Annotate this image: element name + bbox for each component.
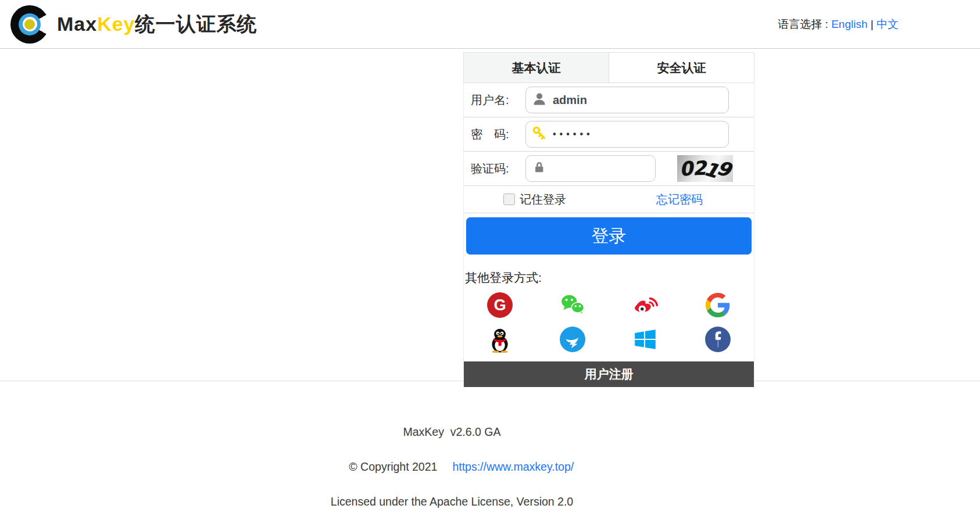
wechat-login-button[interactable] — [559, 292, 586, 318]
login-form: 用户名: 密 码: — [463, 83, 754, 387]
facebook-icon — [704, 326, 731, 353]
qq-login-button[interactable] — [487, 326, 513, 353]
main-area: 基本认证 安全认证 用户名: 密 码: — [0, 49, 980, 381]
footer-site-link[interactable]: https://www.maxkey.top/ — [452, 460, 574, 473]
username-field-box — [525, 87, 729, 113]
lock-icon — [532, 160, 547, 177]
microsoft-login-button[interactable] — [632, 326, 659, 353]
brand-max: Max — [57, 13, 97, 35]
language-divider: | — [871, 18, 874, 30]
remember-row: 记住登录 忘记密码 — [464, 186, 754, 213]
footer-copyright: © Copyright 2021 — [349, 460, 437, 473]
captcha-field-box — [525, 155, 656, 182]
header: MaxKey统一认证系统 语言选择 : English | 中文 — [0, 0, 980, 49]
footer-copyright-line: © Copyright 2021https://www.maxkey.top/ — [0, 440, 904, 493]
captcha-image[interactable]: 0219 — [677, 155, 733, 182]
language-english-link[interactable]: English — [831, 18, 867, 30]
captcha-text: 0219 — [679, 159, 731, 178]
password-input[interactable] — [553, 129, 723, 139]
gitee-login-button[interactable]: G — [487, 292, 513, 318]
remember-checkbox[interactable] — [503, 194, 515, 205]
captcha-input[interactable] — [553, 162, 649, 175]
footer-license: Licensed under the Apache License, Versi… — [0, 493, 904, 510]
social-login-grid: G — [464, 292, 754, 353]
user-icon — [532, 91, 547, 109]
svg-text:G: G — [494, 296, 506, 314]
brand-suffix: 统一认证系统 — [135, 13, 257, 35]
footer: MaxKey v2.6.0 GA © Copyright 2021https:/… — [0, 381, 980, 510]
tab-secure-auth[interactable]: 安全认证 — [609, 53, 754, 83]
login-button-wrap: 登录 — [464, 213, 754, 255]
username-row: 用户名: — [464, 83, 754, 117]
google-icon — [704, 292, 731, 318]
language-selector: 语言选择 : English | 中文 — [778, 17, 980, 32]
auth-tabs: 基本认证 安全认证 — [463, 52, 754, 83]
tab-basic-auth[interactable]: 基本认证 — [464, 53, 609, 83]
language-label: 语言选择 : — [778, 18, 828, 30]
page-title: MaxKey统一认证系统 — [57, 11, 257, 38]
brand-key: Key — [97, 13, 135, 35]
login-card: 基本认证 安全认证 用户名: 密 码: — [463, 52, 754, 387]
language-chinese-link[interactable]: 中文 — [877, 18, 899, 30]
password-row: 密 码: — [464, 117, 754, 152]
username-input[interactable] — [553, 94, 723, 107]
captcha-label: 验证码: — [471, 161, 525, 177]
password-field-box — [525, 121, 729, 148]
username-label: 用户名: — [471, 92, 525, 108]
gitee-icon: G — [487, 292, 513, 318]
register-button[interactable]: 用户注册 — [464, 361, 754, 387]
password-label: 密 码: — [471, 127, 525, 142]
maxkey-logo-icon — [10, 5, 49, 44]
dingtalk-icon — [559, 326, 586, 353]
facebook-login-button[interactable] — [704, 326, 731, 353]
microsoft-icon — [632, 326, 659, 353]
footer-version: MaxKey v2.6.0 GA — [0, 423, 904, 440]
weibo-icon — [632, 292, 659, 318]
other-methods-label: 其他登录方式: — [465, 270, 754, 286]
wechat-icon — [559, 292, 586, 318]
qq-icon — [487, 326, 513, 353]
key-icon — [532, 126, 547, 143]
forgot-password-link[interactable]: 忘记密码 — [656, 192, 703, 207]
captcha-row: 验证码: 0219 — [464, 152, 754, 186]
weibo-login-button[interactable] — [632, 292, 659, 318]
login-button[interactable]: 登录 — [466, 217, 752, 255]
remember-label: 记住登录 — [520, 192, 566, 207]
google-login-button[interactable] — [704, 292, 731, 318]
dingtalk-login-button[interactable] — [559, 326, 586, 353]
